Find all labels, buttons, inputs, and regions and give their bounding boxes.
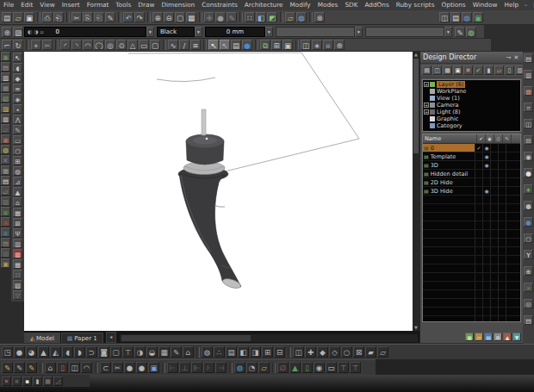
tree-item-view-1[interactable]: View (1) xyxy=(423,95,520,102)
add-solid-icon[interactable]: ✚ xyxy=(305,346,316,358)
olive-tool-icon[interactable]: ▣ xyxy=(1,258,10,268)
explode-icon[interactable]: ∗ xyxy=(312,40,322,50)
wedge-3d-icon[interactable]: ◭ xyxy=(50,346,61,358)
circle-icon[interactable]: ◯ xyxy=(94,40,104,50)
polygon-icon[interactable]: △ xyxy=(127,40,138,50)
layer-row-0[interactable]: ▤0✓◉ xyxy=(423,144,520,152)
measure-icon[interactable]: ⌗ xyxy=(323,40,333,50)
array-copy-icon[interactable]: ⊞ xyxy=(271,40,282,50)
menu-item-file[interactable]: File xyxy=(0,0,17,10)
menu-item-options[interactable]: Options xyxy=(438,0,469,10)
layers-list-icon[interactable]: ≡ xyxy=(13,84,22,93)
folder-tool-icon[interactable]: ▱ xyxy=(1,124,10,134)
slab-icon[interactable]: ▢ xyxy=(110,346,121,358)
layer-visibility-cell[interactable]: ◉ xyxy=(482,152,490,160)
tree-item-graphic[interactable]: Graphic xyxy=(423,115,520,122)
sphere-wire-icon[interactable]: ◍ xyxy=(13,166,22,176)
blue-x-tool-icon[interactable]: ✕ xyxy=(1,155,10,165)
hatch-panel-icon[interactable]: ⌗ xyxy=(524,103,533,112)
dd-list-view-icon[interactable]: ▤ xyxy=(422,65,432,75)
pin-red-icon[interactable]: ⊤ xyxy=(338,362,349,373)
menu-item-ruby-scripts[interactable]: Ruby scripts xyxy=(393,0,438,10)
arc-start-icon[interactable]: ◜ xyxy=(60,40,71,50)
layer-row-3d-hide[interactable]: ▤3D Hide◉ xyxy=(423,187,520,196)
arc-icon[interactable]: ◠ xyxy=(83,40,93,50)
circle-tool-icon[interactable]: ○ xyxy=(13,146,22,155)
scroll-up-arrow[interactable]: ▲ xyxy=(413,52,419,58)
open-file-icon[interactable]: ▱ xyxy=(13,12,23,22)
grid-minus-3d-icon[interactable]: ⊟ xyxy=(274,346,285,358)
dd-layer-settings-icon[interactable]: ⊛ xyxy=(494,333,502,341)
layer-edit-cell[interactable] xyxy=(498,178,506,186)
polyline-icon[interactable]: ≡ xyxy=(190,40,201,50)
circle-3d-icon[interactable]: ○ xyxy=(341,346,352,358)
tab-paper-1[interactable]: ▤Paper 1 xyxy=(61,333,103,343)
palette-panel-icon[interactable]: ◫ xyxy=(439,12,450,22)
tree-item-camera[interactable]: +Camera xyxy=(423,102,520,109)
line-icon[interactable]: ∕ xyxy=(179,40,189,50)
page-white-icon[interactable]: ▥ xyxy=(1,72,10,82)
internet-palette-icon[interactable]: ◍ xyxy=(462,12,472,22)
lamp-tool-icon[interactable]: Ψ xyxy=(13,228,22,238)
ellipse-icon[interactable]: ⊙ xyxy=(116,40,127,50)
photo-tool-icon[interactable]: ▦ xyxy=(1,83,10,92)
solid-cube-icon[interactable]: ◩ xyxy=(267,12,277,22)
layer-active-cell[interactable] xyxy=(475,170,482,177)
box-3d-icon[interactable]: ◳ xyxy=(2,346,13,358)
drawing-folder-icon[interactable]: ▱ xyxy=(285,12,295,22)
tree-expand-icon[interactable]: + xyxy=(424,103,429,108)
half-shade-icon[interactable]: ◒ xyxy=(146,346,158,358)
image-tool-icon[interactable]: ▣ xyxy=(1,52,10,61)
tree-item-category[interactable]: Category xyxy=(423,122,520,129)
blue-sphere-icon[interactable]: ● xyxy=(524,217,533,227)
grid2-tool-icon[interactable]: ▦ xyxy=(13,259,22,269)
snap-points-icon[interactable]: ∷ xyxy=(245,12,255,22)
layer-row-template[interactable]: ▤Template◉ xyxy=(423,152,520,161)
trim-icon[interactable]: ✂ xyxy=(42,40,53,50)
menu-item-edit[interactable]: Edit xyxy=(17,0,36,10)
pen-yellow-icon[interactable]: ✎ xyxy=(2,362,13,373)
layer-active-cell[interactable] xyxy=(475,178,482,186)
tree-item-layer-6[interactable]: +Layer (6) xyxy=(423,81,520,88)
web-publish-icon[interactable]: ◍ xyxy=(296,12,307,22)
monitor-tool-icon[interactable]: ▩ xyxy=(1,114,10,123)
copy-icon[interactable]: ⎘ xyxy=(83,12,93,22)
bar-wire-icon[interactable]: ▱ xyxy=(377,346,388,358)
canvas-horizontal-scrollbar[interactable] xyxy=(120,334,418,342)
crossbox-tool-icon[interactable]: ⊠ xyxy=(13,218,22,227)
hatch-small-icon[interactable]: ⌗ xyxy=(12,376,22,386)
hatch-combo[interactable] xyxy=(365,27,444,37)
bar-solid-icon[interactable]: ▰ xyxy=(365,346,376,358)
keyboard-panel-icon[interactable]: ▥ xyxy=(524,70,533,79)
diamond-snap-icon[interactable]: ◈ xyxy=(13,94,22,103)
angle-tool-icon[interactable]: ⋀ xyxy=(13,115,22,124)
tree-expand-icon[interactable]: + xyxy=(424,82,429,87)
tab-model[interactable]: ◭Model xyxy=(24,333,60,343)
because-tool-icon[interactable]: ∵ xyxy=(13,290,22,300)
yellow-tool-icon[interactable]: ▨ xyxy=(1,103,10,113)
layer-print-cell[interactable] xyxy=(490,170,498,177)
funnel-icon[interactable]: Y xyxy=(524,250,533,259)
library-panel-icon[interactable]: ▤ xyxy=(450,12,461,22)
minus-grid-icon[interactable]: ⊟ xyxy=(524,135,533,145)
erase-red-icon[interactable]: ✕ xyxy=(2,376,11,386)
menu-item-sdk[interactable]: SDK xyxy=(341,0,361,10)
paste-icon[interactable]: ⎗ xyxy=(94,12,104,22)
tan-tool-icon[interactable]: ▤ xyxy=(1,238,10,247)
select-arrow-icon[interactable]: ↖ xyxy=(13,53,22,62)
list-panel-icon[interactable]: ▤ xyxy=(524,315,533,325)
settings-gear-icon[interactable]: ⊛ xyxy=(2,27,12,37)
format-painter-icon[interactable]: ✎ xyxy=(105,12,115,22)
dome-3d-icon[interactable]: ◕ xyxy=(26,346,37,358)
checker-tool-icon[interactable]: ▦ xyxy=(1,165,10,175)
dim-multi-icon[interactable]: ⊩ xyxy=(191,362,202,373)
ring-icon[interactable]: ○ xyxy=(524,233,533,243)
bulb-tool-icon[interactable]: ◍ xyxy=(1,145,10,154)
layer-print-cell[interactable] xyxy=(490,152,498,160)
print-preview-icon[interactable]: ⎗ xyxy=(53,12,64,22)
rectangle-icon[interactable]: ▭ xyxy=(139,40,149,50)
layer-row-2d-hide[interactable]: ▤2D Hide xyxy=(423,178,520,187)
redo-icon[interactable]: ↷ xyxy=(134,12,145,22)
close-drawing-icon[interactable]: ⊗ xyxy=(314,12,325,22)
picture-tool-icon[interactable]: ▤ xyxy=(1,62,10,72)
